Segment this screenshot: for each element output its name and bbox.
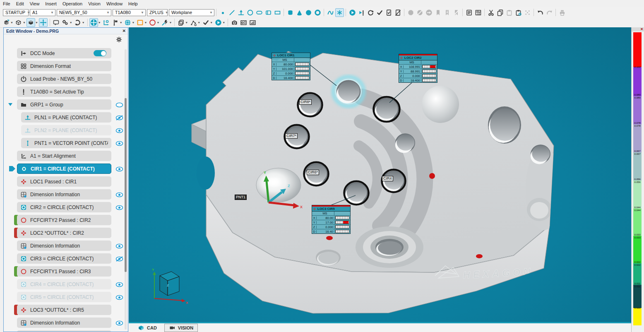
point-icon[interactable] xyxy=(219,8,227,17)
command-item[interactable]: PLN1 = PLANE (CONTACT) xyxy=(21,112,111,123)
dropdown-caret-icon[interactable]: ▼ xyxy=(82,21,85,24)
dropdown-caret-icon[interactable]: ▼ xyxy=(35,21,38,24)
command-item[interactable]: Dimension Information xyxy=(17,318,111,328)
translate-icon[interactable] xyxy=(89,18,98,27)
execute-icon[interactable] xyxy=(348,8,357,17)
command-item[interactable]: Dimension Format xyxy=(17,61,111,71)
report-table-icon[interactable] xyxy=(474,8,483,17)
dropdown-caret-icon[interactable]: ▼ xyxy=(222,21,225,24)
command-item[interactable]: LOC3 *OUTTOL* : CIR5 xyxy=(17,305,111,315)
dimension-callout[interactable]: LOC1 CIR1MSX80.000Y101.000Z0.000D16.400 xyxy=(272,53,310,80)
command-item[interactable]: CIR4 = CIRCLE (CONTACT) xyxy=(17,279,111,289)
marker-insert-icon[interactable] xyxy=(443,8,452,17)
cone-icon[interactable] xyxy=(295,8,304,17)
dcc-mode-toggle[interactable] xyxy=(94,50,106,56)
part-model[interactable]: HEXAGON Y Z xyxy=(152,51,562,313)
hole-feature[interactable] xyxy=(344,181,369,204)
menu-insert[interactable]: Insert xyxy=(42,1,60,7)
probe-toggle-icon[interactable] xyxy=(111,18,120,27)
command-item[interactable]: LOC1 Passed : CIR1 xyxy=(17,176,111,187)
line-icon[interactable] xyxy=(228,8,236,17)
done-icon[interactable] xyxy=(375,8,384,17)
command-item[interactable]: GRP1 = Group xyxy=(17,99,111,110)
command-item[interactable]: Dimension Information xyxy=(17,241,111,251)
snapshot-icon[interactable] xyxy=(239,18,248,27)
menu-file[interactable]: File xyxy=(0,1,13,7)
dropdown-caret-icon[interactable]: ▼ xyxy=(132,21,135,24)
gears-icon[interactable] xyxy=(61,18,70,27)
cad-viewport[interactable]: HEXAGON Y Z xyxy=(129,27,631,322)
dropdown-caret-icon[interactable]: ▼ xyxy=(50,11,54,14)
feature-tag[interactable]: CIR4 xyxy=(382,176,393,181)
zoom-window-icon[interactable] xyxy=(136,18,144,27)
menu-operation[interactable]: Operation xyxy=(60,1,85,7)
dropdown-caret-icon[interactable]: ▼ xyxy=(141,11,144,14)
camera-icon[interactable] xyxy=(230,18,239,27)
eye-icon[interactable] xyxy=(115,102,123,107)
eye-icon[interactable] xyxy=(115,192,123,197)
continue-icon[interactable] xyxy=(425,8,433,17)
point-tag[interactable]: PNT1 xyxy=(235,195,247,200)
print-icon[interactable] xyxy=(558,8,567,17)
dropdown-caret-icon[interactable]: ▼ xyxy=(210,21,213,24)
workplane-combo[interactable]: ZPLUS▼ xyxy=(147,9,168,16)
command-item[interactable]: PNT1 = VECTOR POINT (CONTAC xyxy=(21,138,111,148)
hole-feature[interactable] xyxy=(298,93,322,116)
wireframe-icon[interactable] xyxy=(14,18,23,27)
feature-tag[interactable]: CIR6* xyxy=(307,170,319,175)
round-slot-icon[interactable] xyxy=(255,8,264,17)
dropdown-caret-icon[interactable]: ▼ xyxy=(169,21,172,24)
select-circle-icon[interactable] xyxy=(148,18,157,27)
command-item[interactable]: FCFCIRTY1 Passed : CIR3 xyxy=(17,266,111,277)
eye-icon[interactable] xyxy=(115,128,123,133)
sidebar-scrollbar[interactable] xyxy=(125,49,127,330)
cylinder-icon[interactable] xyxy=(286,8,295,17)
feature-tag[interactable]: CIR7* xyxy=(285,133,298,139)
feature-tag[interactable]: CIR8* xyxy=(299,99,312,105)
tab-vision[interactable]: VISION xyxy=(164,324,198,332)
eye-slash-icon[interactable] xyxy=(115,115,123,120)
report-pass-icon[interactable] xyxy=(384,8,393,17)
scrollbar-thumb[interactable] xyxy=(125,98,127,272)
plane-icon[interactable] xyxy=(237,8,245,17)
command-item[interactable]: Dimension Information xyxy=(17,189,111,200)
command-item[interactable]: FCFCIRTY2 Passed : CIR2 xyxy=(17,215,111,225)
dropdown-caret-icon[interactable]: ▼ xyxy=(165,11,168,14)
path-points-icon[interactable] xyxy=(189,18,198,27)
eye-icon[interactable] xyxy=(115,281,123,287)
probe-combo[interactable]: NEW5_BY_50▼ xyxy=(57,9,111,16)
dropdown-caret-icon[interactable]: ▼ xyxy=(98,21,101,24)
eye-icon[interactable] xyxy=(115,243,123,248)
group-expander-icon[interactable] xyxy=(8,103,12,106)
menu-vision[interactable]: Vision xyxy=(85,1,103,7)
comment-icon[interactable] xyxy=(52,18,60,27)
redo-icon[interactable] xyxy=(545,8,554,17)
command-item[interactable]: CIR1 = CIRCLE (CONTACT) xyxy=(17,164,111,174)
close-icon[interactable]: ✕ xyxy=(123,29,126,33)
dimension-callout[interactable]: LOC2 CIR2MSX108.991Y88.991Z0.000D16.400 xyxy=(399,54,437,83)
loop-icon[interactable] xyxy=(366,8,375,17)
menu-view[interactable]: View xyxy=(27,1,43,7)
command-item[interactable]: CIR3 = CIRCLE (CONTACT) xyxy=(17,253,111,264)
dropdown-caret-icon[interactable]: ▼ xyxy=(106,11,110,14)
curve-icon[interactable] xyxy=(326,8,335,17)
dimension-callout[interactable]: LOC3 CIR5MSX80.00Y17.00Z0.000D16.40 xyxy=(312,205,351,234)
eye-slash-icon[interactable] xyxy=(115,256,123,261)
undo-icon[interactable] xyxy=(536,8,545,17)
dropdown-caret-icon[interactable]: ▼ xyxy=(23,21,26,24)
axis-combo[interactable]: A1▼ xyxy=(30,9,55,16)
circle-icon[interactable] xyxy=(246,8,255,17)
layers-icon[interactable] xyxy=(177,18,185,27)
command-item[interactable]: CIR5 = CIRCLE (CONTACT) xyxy=(17,292,111,302)
eye-icon[interactable] xyxy=(115,294,123,300)
dropdown-caret-icon[interactable]: ▼ xyxy=(209,11,213,14)
stop-off-icon[interactable] xyxy=(416,8,424,17)
eye-icon[interactable] xyxy=(115,204,123,210)
menu-window[interactable]: Window xyxy=(103,1,125,7)
cut-icon[interactable] xyxy=(487,8,495,17)
stats-icon[interactable] xyxy=(248,18,257,27)
dropdown-caret-icon[interactable]: ▼ xyxy=(70,21,72,24)
sphere-view-icon[interactable] xyxy=(123,18,132,27)
menu-help[interactable]: Help xyxy=(125,1,141,7)
hole-feature[interactable] xyxy=(374,97,400,122)
